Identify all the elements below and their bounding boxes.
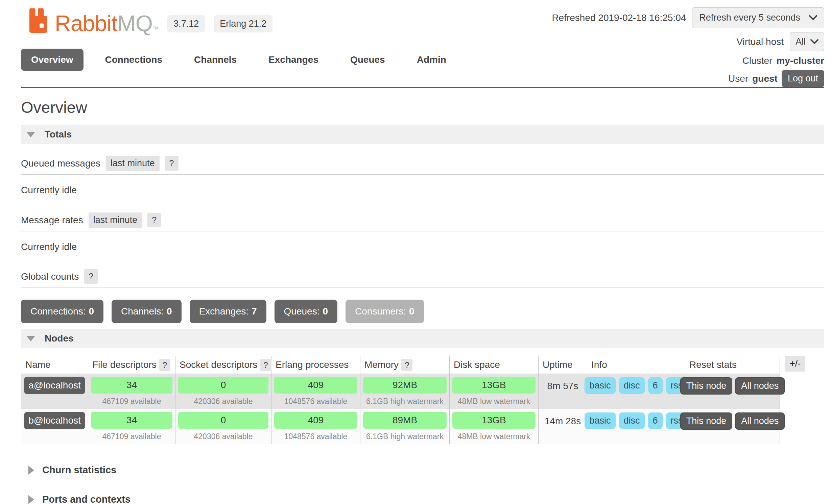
brand-trademark: ™: [152, 25, 159, 34]
channels-count-button[interactable]: Channels:0: [112, 300, 182, 323]
queues-count-value: 0: [323, 306, 328, 317]
col-name: Name: [21, 356, 88, 374]
col-memory: Memory?: [360, 356, 450, 374]
help-icon[interactable]: ?: [84, 269, 98, 284]
virtual-host-value: All: [796, 36, 806, 47]
node-name-badge[interactable]: b@localhost: [24, 412, 85, 429]
nodes-section-title: Nodes: [45, 333, 74, 344]
rabbitmq-logo[interactable]: RabbitMQ™: [28, 7, 159, 34]
virtual-host-line: Virtual host All: [736, 32, 824, 51]
global-count-buttons: Connections:0 Channels:0 Exchanges:7 Que…: [21, 300, 824, 323]
channels-count-value: 0: [167, 306, 172, 317]
col-disk-space: Disk space: [450, 356, 539, 374]
node-row: b@localhost 34 467109 available 0 420306…: [21, 409, 780, 444]
expand-triangle-icon: [28, 466, 34, 475]
tab-channels[interactable]: Channels: [184, 49, 247, 71]
tab-queues[interactable]: Queues: [340, 49, 395, 71]
refresh-interval-select[interactable]: Refresh every 5 seconds: [692, 7, 824, 28]
tab-overview[interactable]: Overview: [21, 49, 84, 71]
reset-this-node-button[interactable]: This node: [680, 412, 733, 430]
page-title: Overview: [21, 98, 824, 117]
connections-count-label: Connections:: [30, 306, 86, 317]
socket-descriptors-bar: 0: [178, 377, 268, 394]
cluster-label: Cluster: [742, 55, 773, 66]
erlang-processes-bar: 409: [274, 412, 357, 429]
memory-bar: 89MB: [363, 412, 447, 429]
refresh-line: Refreshed 2019-02-18 16:25:04 Refresh ev…: [552, 7, 824, 28]
cluster-name: my-cluster: [776, 55, 824, 66]
nodes-table-wrap: Name File descriptors? Socket descriptor…: [21, 356, 824, 444]
consumers-count-value: 0: [409, 306, 414, 317]
virtual-host-label: Virtual host: [736, 36, 784, 47]
help-icon[interactable]: ?: [401, 359, 412, 371]
consumers-count-label: Consumers:: [355, 306, 406, 317]
refreshed-timestamp: Refreshed 2019-02-18 16:25:04: [552, 12, 686, 23]
toggle-columns-button[interactable]: +/-: [785, 356, 805, 372]
info-badge-basic: basic: [585, 377, 615, 394]
disk-space-note: 48MB low watermark: [452, 429, 536, 442]
info-badge-disc: disc: [619, 412, 645, 429]
col-erlang-processes: Erlang processes: [271, 356, 360, 374]
channels-count-label: Channels:: [121, 306, 164, 317]
connections-count-button[interactable]: Connections:0: [21, 300, 103, 323]
reset-this-node-button[interactable]: This node: [680, 377, 733, 395]
brand-mq: MQ: [117, 12, 152, 34]
message-rates-period-badge[interactable]: last minute: [89, 212, 142, 228]
help-icon[interactable]: ?: [260, 359, 271, 371]
queued-messages-row: Queued messages last minute ?: [21, 150, 824, 175]
col-file-descriptors: File descriptors?: [88, 356, 175, 374]
help-icon[interactable]: ?: [147, 213, 161, 227]
refresh-interval-value: Refresh every 5 seconds: [699, 12, 800, 23]
erlang-processes-bar: 409: [274, 377, 357, 394]
user-label: User: [728, 73, 748, 84]
collapse-triangle-icon: [26, 336, 35, 342]
help-icon[interactable]: ?: [165, 156, 179, 171]
queued-messages-label: Queued messages: [21, 158, 100, 169]
churn-statistics-section[interactable]: Churn statistics: [28, 464, 824, 476]
col-uptime: Uptime: [539, 356, 587, 374]
queues-count-label: Queues:: [284, 306, 320, 317]
churn-statistics-title: Churn statistics: [42, 464, 116, 476]
nav-divider: [21, 87, 824, 88]
info-badge-basic: basic: [585, 412, 615, 429]
erlang-processes-note: 1048576 available: [274, 429, 357, 442]
uptime-value: 14m 28s: [541, 412, 584, 427]
info-badge-disc: disc: [619, 377, 645, 394]
nodes-header-row: Name File descriptors? Socket descriptor…: [21, 356, 780, 374]
memory-bar: 92MB: [363, 377, 447, 394]
uptime-value: 8m 57s: [541, 377, 584, 392]
col-reset-stats: Reset stats: [685, 356, 780, 374]
logout-button[interactable]: Log out: [782, 70, 824, 87]
tab-exchanges[interactable]: Exchanges: [258, 49, 329, 71]
virtual-host-select[interactable]: All: [790, 32, 824, 51]
file-descriptors-note: 467109 available: [91, 429, 172, 442]
top-bar: RabbitMQ™ 3.7.12 Erlang 21.2 Overview Co…: [21, 0, 824, 87]
exchanges-count-value: 7: [252, 306, 257, 317]
page-root: RabbitMQ™ 3.7.12 Erlang 21.2 Overview Co…: [0, 0, 831, 504]
queued-messages-period-badge[interactable]: last minute: [106, 156, 160, 171]
memory-note: 6.1GB high watermark: [363, 429, 447, 442]
global-counts-label: Global counts: [21, 271, 79, 282]
tab-admin[interactable]: Admin: [407, 49, 456, 71]
info-badge-plugins-count: 6: [648, 412, 663, 429]
queues-count-button[interactable]: Queues:0: [275, 300, 337, 323]
nodes-section-header[interactable]: Nodes: [21, 329, 824, 348]
file-descriptors-bar: 34: [91, 377, 172, 394]
message-rates-status: Currently idle: [21, 242, 824, 252]
tab-connections[interactable]: Connections: [95, 49, 173, 71]
totals-section-header[interactable]: Totals: [21, 125, 824, 144]
help-icon[interactable]: ?: [159, 359, 170, 371]
disk-space-bar: 13GB: [452, 377, 536, 394]
exchanges-count-button[interactable]: Exchanges:7: [190, 300, 266, 323]
top-bar-left: RabbitMQ™ 3.7.12 Erlang 21.2 Overview Co…: [21, 7, 456, 71]
broker-version-badge: 3.7.12: [167, 15, 205, 32]
reset-all-nodes-button[interactable]: All nodes: [735, 377, 785, 395]
memory-note: 6.1GB high watermark: [363, 394, 447, 407]
queued-messages-status: Currently idle: [21, 185, 824, 196]
ports-and-contexts-section[interactable]: Ports and contexts: [28, 494, 824, 504]
col-socket-descriptors: Socket descriptors?: [175, 356, 271, 374]
reset-all-nodes-button[interactable]: All nodes: [735, 412, 785, 430]
message-rates-label: Message rates: [21, 215, 83, 226]
exchanges-count-label: Exchanges:: [199, 306, 248, 317]
node-name-badge[interactable]: a@localhost: [24, 377, 85, 394]
